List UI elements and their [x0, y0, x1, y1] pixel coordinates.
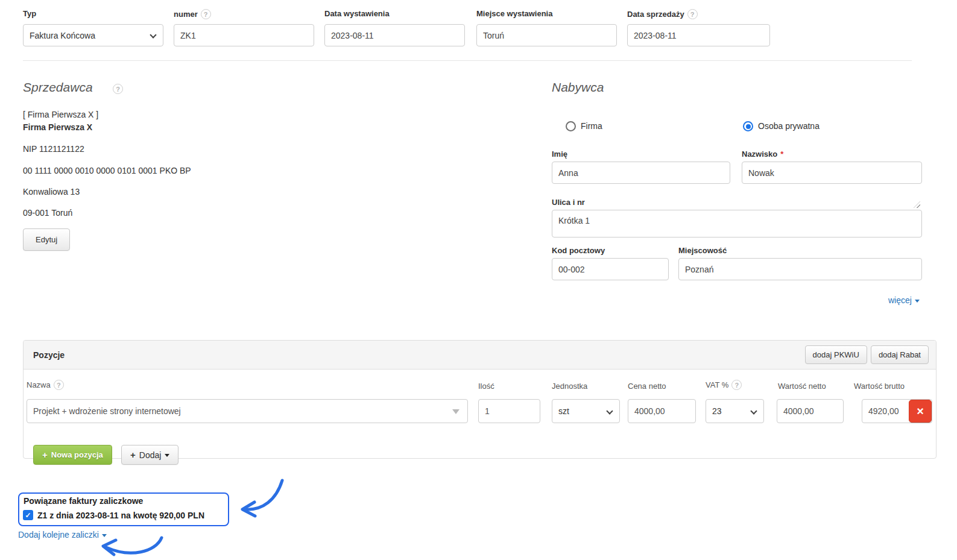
delete-icon: × [917, 404, 924, 418]
data-sprzedazy-label: Data sprzedaży ? [627, 9, 698, 19]
check-icon: ✓ [25, 511, 31, 520]
typ-select[interactable]: Faktura Końcowa [23, 24, 163, 46]
advance-invoice-entry[interactable]: Z1 z dnia 2023-08-11 na kwotę 920,00 PLN [37, 511, 204, 520]
city-label: Miejscowość [678, 246, 727, 255]
seller-nip: NIP 1121121122 [23, 144, 84, 154]
resize-handle-icon[interactable] [914, 201, 920, 208]
advance-invoices-title: Powiązane faktury zaliczkowe [24, 496, 143, 506]
plus-icon: + [42, 450, 48, 460]
buyer-type-osoba-radio[interactable] [743, 121, 753, 131]
col-ilosc-label: Ilość [478, 382, 494, 391]
item-net-value-input[interactable] [777, 399, 844, 423]
street-input[interactable]: Krótka 1 [552, 210, 922, 238]
caret-down-icon [102, 534, 107, 537]
buyer-section-title: Nabywca [552, 80, 604, 95]
help-icon[interactable]: ? [201, 9, 211, 19]
help-icon[interactable]: ? [113, 84, 123, 94]
seller-name: Firma Pierwsza X [23, 122, 92, 132]
street-label: Ulica i nr [552, 198, 585, 207]
typ-label: Typ [23, 9, 36, 18]
caret-down-icon [915, 300, 920, 303]
zip-label: Kod pocztowy [552, 246, 605, 255]
item-net-price-input[interactable] [628, 399, 696, 423]
add-more-advances-link[interactable]: Dodaj kolejne zaliczki [18, 530, 107, 540]
data-wystawienia-label: Data wystawienia [324, 9, 390, 18]
help-icon[interactable]: ? [731, 380, 742, 390]
col-cena-netto-label: Cena netto [628, 382, 666, 391]
edit-seller-button[interactable]: Edytuj [23, 228, 70, 251]
chevron-down-icon [150, 31, 156, 38]
typ-select-value: Faktura Końcowa [30, 31, 95, 40]
seller-city: 09-001 Toruń [23, 208, 72, 218]
invoice-edit-page: Typ Faktura Końcowa numer ? Data wystawi… [0, 0, 957, 560]
add-dropdown-button[interactable]: + Dodaj [121, 445, 178, 465]
delete-row-button[interactable]: × [909, 400, 932, 423]
numer-input[interactable] [174, 24, 314, 46]
header-divider [23, 60, 912, 61]
item-vat-select[interactable]: 23 [706, 399, 764, 423]
required-asterisk: * [780, 149, 783, 159]
chevron-down-icon [750, 407, 757, 414]
last-name-input[interactable] [742, 162, 922, 184]
col-wartosc-netto-label: Wartość netto [778, 382, 826, 391]
col-jednostka-label: Jednostka [552, 382, 587, 391]
seller-street: Konwaliowa 13 [23, 187, 80, 197]
plus-icon: + [130, 450, 136, 460]
item-qty-input[interactable] [478, 399, 540, 423]
city-input[interactable] [678, 258, 922, 280]
last-name-label: Nazwisko * [742, 149, 783, 159]
buyer-type-osoba-label[interactable]: Osoba prywatna [758, 121, 820, 131]
help-icon[interactable]: ? [54, 380, 64, 390]
items-title: Pozycje [33, 350, 65, 360]
add-pkwiu-button[interactable]: dodaj PKWiU [805, 345, 867, 364]
chevron-down-icon [606, 407, 613, 414]
buyer-type-firma-radio[interactable] [566, 121, 576, 131]
data-wystawienia-input[interactable] [324, 24, 465, 46]
seller-bank-account: 00 1111 0000 0010 0000 0101 0001 PKO BP [23, 166, 191, 175]
help-icon[interactable]: ? [687, 9, 698, 19]
items-panel-header: Pozycje dodaj PKWiU dodaj Rabat [24, 341, 936, 370]
numer-label: numer ? [174, 9, 211, 19]
buyer-type-firma-label[interactable]: Firma [581, 121, 602, 131]
miejsce-wystawienia-label: Miejsce wystawienia [476, 9, 552, 18]
first-name-input[interactable] [552, 162, 730, 184]
seller-alias: [ Firma Pierwsza X ] [23, 110, 98, 119]
item-unit-select[interactable]: szt [552, 399, 620, 423]
col-wartosc-brutto-label: Wartość brutto [854, 382, 905, 391]
item-row [27, 399, 468, 423]
seller-section-title: Sprzedawca [23, 80, 93, 95]
advance-invoice-checkbox[interactable]: ✓ [23, 510, 33, 520]
dropdown-triangle-icon[interactable] [452, 409, 460, 414]
data-sprzedazy-input[interactable] [627, 24, 770, 46]
item-name-input[interactable] [27, 399, 468, 423]
first-name-label: Imię [552, 149, 567, 159]
zip-input[interactable] [552, 258, 669, 280]
add-rabat-button[interactable]: dodaj Rabat [871, 345, 929, 364]
caret-down-icon [165, 454, 169, 457]
col-nazwa-label: Nazwa ? [27, 380, 64, 390]
annotation-arrow-to-box [236, 474, 291, 521]
miejsce-wystawienia-input[interactable] [476, 24, 617, 46]
buyer-more-link[interactable]: więcej [888, 295, 920, 305]
col-vat-label: VAT % ? [706, 380, 742, 390]
new-item-button[interactable]: + Nowa pozycja [33, 445, 112, 465]
